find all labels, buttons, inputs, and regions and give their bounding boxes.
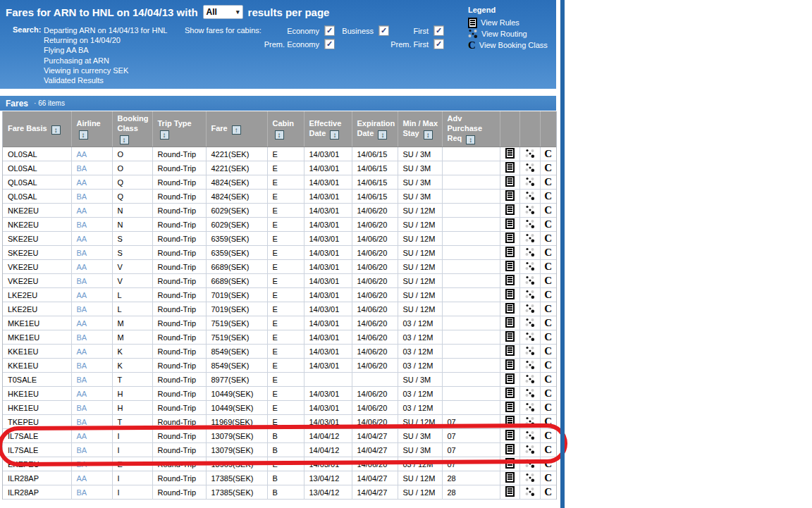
view-rules-icon[interactable] (505, 416, 515, 426)
column-header-expiration-date[interactable]: Expiration Date ↕ (352, 111, 398, 147)
view-routing-icon[interactable] (525, 430, 535, 440)
view-booking-class-icon[interactable]: C (544, 304, 552, 314)
sort-icon[interactable]: ↕ (51, 125, 61, 135)
column-header-effective-date[interactable]: Effective Date ↕ (304, 111, 352, 147)
airline-link[interactable]: BA (77, 249, 87, 257)
column-header-min-max-stay[interactable]: Min / Max Stay ↕ (398, 111, 442, 147)
sort-icon[interactable]: ↕ (120, 135, 129, 144)
view-booking-class-icon[interactable]: C (544, 248, 552, 257)
view-routing-icon[interactable] (525, 205, 535, 215)
view-rules-icon[interactable] (505, 148, 515, 159)
airline-link[interactable]: AA (77, 432, 87, 440)
view-rules-icon[interactable] (505, 204, 515, 215)
airline-link[interactable]: BA (77, 221, 87, 229)
airline-link[interactable]: BA (77, 277, 87, 285)
airline-link[interactable]: BA (77, 460, 87, 469)
sort-icon[interactable]: ↕ (330, 130, 339, 140)
view-booking-class-icon[interactable]: C (544, 417, 552, 426)
view-routing-icon[interactable] (525, 459, 535, 469)
view-routing-icon[interactable] (525, 445, 535, 454)
airline-link[interactable]: BA (77, 164, 87, 173)
view-booking-class-icon[interactable]: C (544, 290, 552, 299)
view-booking-class-icon[interactable]: C (544, 459, 552, 469)
view-rules-icon[interactable] (505, 331, 515, 342)
view-booking-class-icon[interactable]: C (544, 318, 552, 328)
sort-icon[interactable]: ↕ (378, 130, 387, 140)
column-header-fare[interactable]: Fare ↑ (206, 111, 267, 147)
airline-link[interactable]: AA (77, 178, 87, 187)
airline-link[interactable]: BA (77, 192, 87, 201)
view-booking-class-icon[interactable]: C (544, 220, 552, 229)
sort-ascending-icon[interactable]: ↑ (232, 125, 241, 135)
view-rules-icon[interactable] (505, 458, 515, 469)
airline-link[interactable]: BA (77, 404, 87, 412)
view-routing-icon[interactable] (525, 290, 535, 299)
airline-link[interactable]: BA (77, 376, 87, 384)
view-routing-icon[interactable] (525, 360, 535, 370)
view-booking-class-icon[interactable]: C (544, 206, 552, 215)
sort-icon[interactable]: ↕ (275, 130, 284, 140)
view-rules-icon[interactable] (505, 472, 515, 483)
view-booking-class-icon[interactable]: C (544, 488, 552, 497)
view-booking-class-icon[interactable]: C (544, 163, 552, 173)
view-routing-icon[interactable] (525, 247, 535, 257)
airline-link[interactable]: AA (77, 390, 87, 398)
view-rules-icon[interactable] (505, 359, 515, 370)
view-rules-icon[interactable] (505, 303, 515, 314)
view-routing-icon[interactable] (525, 177, 535, 187)
view-routing-icon[interactable] (525, 374, 535, 384)
airline-link[interactable]: BA (77, 333, 87, 342)
view-routing-icon[interactable] (525, 346, 535, 356)
results-per-page-select[interactable]: All ▾ (203, 5, 243, 19)
sort-icon[interactable]: ↕ (160, 130, 169, 140)
view-rules-icon[interactable] (505, 247, 515, 257)
airline-link[interactable]: BA (77, 488, 87, 497)
column-header-cabin[interactable]: Cabin ↕ (267, 111, 304, 147)
view-rules-icon[interactable] (505, 388, 515, 398)
column-header-booking-class[interactable]: Booking Class ↕ (112, 111, 152, 147)
view-routing-icon[interactable] (525, 388, 535, 398)
view-booking-class-icon[interactable]: C (544, 445, 552, 454)
cabin-checkbox-prem-economy[interactable]: ✓ (324, 39, 335, 49)
view-routing-icon[interactable] (525, 304, 535, 314)
sort-icon[interactable]: ↕ (466, 135, 475, 144)
view-rules-icon[interactable] (505, 486, 515, 497)
column-header-airline[interactable]: Airline ↕ (71, 111, 112, 147)
view-routing-icon[interactable] (525, 402, 535, 412)
view-booking-class-icon[interactable]: C (544, 333, 552, 342)
cabin-checkbox-first[interactable]: ✓ (433, 25, 444, 36)
view-booking-class-icon[interactable]: C (544, 375, 552, 384)
view-rules-icon[interactable] (505, 402, 515, 412)
airline-link[interactable]: AA (77, 263, 87, 271)
view-routing-icon[interactable] (525, 487, 535, 497)
view-booking-class-icon[interactable]: C (544, 389, 552, 398)
view-routing-icon[interactable] (525, 219, 535, 229)
view-rules-icon[interactable] (505, 317, 515, 328)
sort-icon[interactable]: ↕ (424, 130, 433, 140)
view-rules-icon[interactable] (505, 373, 515, 384)
view-booking-class-icon[interactable]: C (544, 431, 552, 440)
airline-link[interactable]: AA (77, 291, 87, 299)
view-routing-icon[interactable] (525, 261, 535, 271)
view-booking-class-icon[interactable]: C (544, 262, 552, 271)
view-rules-icon[interactable] (505, 430, 515, 440)
view-booking-class-icon[interactable]: C (544, 149, 552, 159)
view-booking-class-icon[interactable]: C (544, 403, 552, 412)
airline-link[interactable]: BA (77, 418, 87, 426)
view-routing-icon[interactable] (525, 275, 535, 285)
view-booking-class-icon[interactable]: C (544, 276, 552, 285)
view-rules-icon[interactable] (505, 176, 515, 187)
view-rules-icon[interactable] (505, 345, 515, 356)
cabin-checkbox-prem-first[interactable]: ✓ (433, 39, 444, 49)
view-routing-icon[interactable] (525, 332, 535, 342)
view-booking-class-icon[interactable]: C (544, 473, 552, 483)
view-rules-icon[interactable] (505, 261, 515, 271)
view-rules-icon[interactable] (505, 444, 515, 454)
airline-link[interactable]: BA (77, 446, 87, 454)
airline-link[interactable]: AA (77, 206, 87, 215)
view-routing-icon[interactable] (525, 473, 535, 483)
view-booking-class-icon[interactable]: C (544, 192, 552, 201)
view-booking-class-icon[interactable]: C (544, 178, 552, 187)
view-booking-class-icon[interactable]: C (544, 234, 552, 243)
view-routing-icon[interactable] (525, 233, 535, 243)
